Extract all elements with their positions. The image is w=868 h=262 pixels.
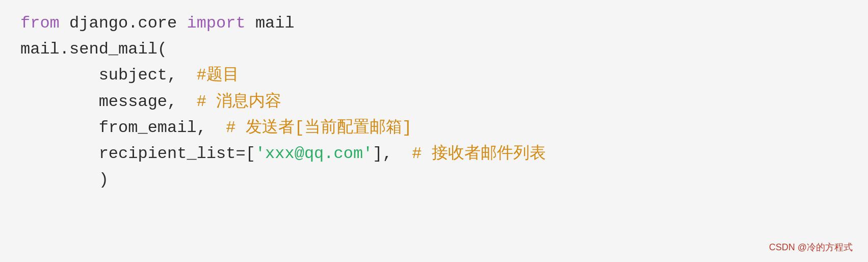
code-line-line7: )	[20, 167, 848, 193]
code-block: from django.core import mailmail.send_ma…	[0, 0, 868, 262]
code-line-line3: subject, #题目	[20, 62, 848, 88]
code-line-line1: from django.core import mail	[20, 10, 848, 36]
code-line-line6: recipient_list=['xxx@qq.com'], # 接收者邮件列表	[20, 141, 848, 167]
watermark: CSDN @冷的方程式	[769, 240, 853, 255]
code-line-line2: mail.send_mail(	[20, 36, 848, 62]
code-line-line5: from_email, # 发送者[当前配置邮箱]	[20, 115, 848, 141]
code-line-line4: message, # 消息内容	[20, 89, 848, 115]
